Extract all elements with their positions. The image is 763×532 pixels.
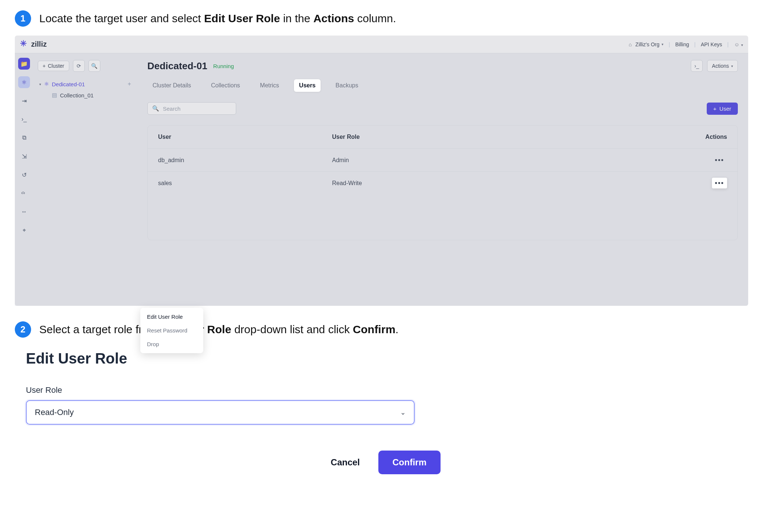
copy-icon: ⧉ <box>22 134 26 141</box>
rail-copy[interactable]: ⧉ <box>18 132 30 144</box>
rail-import[interactable]: ⇲ <box>18 150 30 162</box>
col-role: User Role <box>332 134 690 140</box>
cell-user: db_admin <box>158 157 332 164</box>
building-icon: ⌂ <box>627 41 633 47</box>
cell-role: Admin <box>332 157 690 164</box>
refresh-button[interactable]: ⟳ <box>73 60 85 72</box>
actions-popover: Edit User Role Reset Password Drop <box>140 308 203 353</box>
col-user: User <box>158 134 332 140</box>
step-2-badge: 2 <box>15 321 31 338</box>
actions-dropdown[interactable]: Actions ▾ <box>707 60 738 72</box>
org-switcher[interactable]: ⌂ Zilliz's Org ▾ <box>627 41 663 47</box>
user-icon: ☺ <box>734 41 740 47</box>
step-2-header: 2 Select a target role from the User Rol… <box>15 321 748 338</box>
rail-api[interactable]: ↔ <box>18 206 30 218</box>
users-icon: ᯅ <box>21 190 27 197</box>
screenshot-panel: zilliz ⌂ Zilliz's Org ▾ | Billing | API … <box>15 36 748 306</box>
table-row: sales Read-Write ••• <box>148 171 737 194</box>
plus-icon: + <box>713 106 717 112</box>
bug-icon: ⌖ <box>23 227 26 234</box>
status-badge: Running <box>213 63 234 69</box>
step-2-text: Select a target role from the User Role … <box>39 323 398 336</box>
tree-cluster-label: Dedicated-01 <box>52 81 85 87</box>
arrow-in-icon: ⇥ <box>22 97 27 104</box>
users-table: User User Role Actions db_admin Admin ••… <box>147 125 738 240</box>
tab-collections[interactable]: Collections <box>206 79 245 92</box>
row-actions-menu[interactable]: ••• <box>712 178 727 188</box>
rail-folder[interactable]: 📁 <box>18 58 30 70</box>
import-icon: ⇲ <box>22 153 27 160</box>
add-collection-icon[interactable]: + <box>128 81 131 87</box>
page-title: Dedicated-01 <box>147 60 207 72</box>
graph-icon: ⚛ <box>21 79 27 86</box>
rail-history[interactable]: ↺ <box>18 169 30 181</box>
step-1-header: 1 Locate the target user and select Edit… <box>15 10 748 27</box>
cell-user: sales <box>158 180 332 187</box>
tab-cluster-details[interactable]: Cluster Details <box>147 79 196 92</box>
step-1-text: Locate the target user and select Edit U… <box>39 12 396 25</box>
col-actions: Actions <box>690 134 727 140</box>
tree-collection-label: Collection_01 <box>60 92 94 98</box>
chevron-down-icon: ▾ <box>731 64 733 68</box>
tab-metrics[interactable]: Metrics <box>255 79 284 92</box>
terminal-icon: ›_ <box>695 63 699 69</box>
user-menu[interactable]: ☺ ▾ <box>734 41 743 47</box>
edit-user-role-dialog: Edit User Role User Role Read-Only ⌄ Can… <box>15 347 429 474</box>
rail-debug[interactable]: ⌖ <box>18 224 30 236</box>
nav-rail: 📁 ⚛ ⇥ ›_ ⧉ ⇲ ↺ ᯅ ↔ ⌖ <box>15 53 33 306</box>
search-icon: 🔍 <box>91 63 97 69</box>
dialog-title: Edit User Role <box>26 350 418 367</box>
chevron-down-icon: ▾ <box>741 43 743 47</box>
api-keys-link[interactable]: API Keys <box>701 41 722 47</box>
search-placeholder: Search <box>163 106 181 112</box>
collection-icon: ▤ <box>52 92 57 98</box>
menu-drop[interactable]: Drop <box>140 337 203 351</box>
plus-icon: + <box>43 63 46 69</box>
menu-reset-password[interactable]: Reset Password <box>140 324 203 337</box>
history-icon: ↺ <box>22 171 27 178</box>
rail-terminal[interactable]: ›_ <box>18 113 30 125</box>
chevron-down-icon: ⌄ <box>400 408 406 416</box>
org-label: Zilliz's Org <box>635 41 659 47</box>
rail-users[interactable]: ᯅ <box>18 187 30 199</box>
cli-button[interactable]: ›_ <box>691 60 703 72</box>
brand-logo[interactable]: zilliz <box>20 40 47 48</box>
search-button[interactable]: 🔍 <box>88 60 100 72</box>
billing-link[interactable]: Billing <box>675 41 689 47</box>
tab-users[interactable]: Users <box>294 79 321 92</box>
user-role-select[interactable]: Read-Only ⌄ <box>26 400 415 425</box>
add-user-button[interactable]: + User <box>707 103 738 115</box>
tab-backups[interactable]: Backups <box>330 79 363 92</box>
row-actions-menu[interactable]: ••• <box>712 155 727 165</box>
cluster-icon: ⚛ <box>44 81 49 87</box>
code-icon: ↔ <box>21 208 27 215</box>
cell-role: Read-Write <box>332 180 690 187</box>
rail-migrate[interactable]: ⇥ <box>18 95 30 107</box>
tree-cluster-row[interactable]: ▾ ⚛ Dedicated-01 + <box>38 78 133 90</box>
tab-bar: Cluster Details Collections Metrics User… <box>147 79 738 92</box>
terminal-icon: ›_ <box>21 116 27 123</box>
search-icon: 🔍 <box>152 105 159 112</box>
chevron-down-icon: ▾ <box>39 82 41 86</box>
menu-edit-user-role[interactable]: Edit User Role <box>140 310 203 324</box>
confirm-button[interactable]: Confirm <box>378 451 441 474</box>
user-role-label: User Role <box>26 385 418 395</box>
rail-graph[interactable]: ⚛ <box>18 76 30 88</box>
table-header: User User Role Actions <box>148 126 737 148</box>
step-1-badge: 1 <box>15 10 31 27</box>
topbar-right: ⌂ Zilliz's Org ▾ | Billing | API Keys | … <box>627 41 743 47</box>
search-input[interactable]: 🔍 Search <box>147 102 236 115</box>
select-value: Read-Only <box>35 408 74 417</box>
add-cluster-label: Cluster <box>48 63 64 69</box>
sidebar: + Cluster ⟳ 🔍 ▾ ⚛ Dedicated-01 + ▤ Colle… <box>33 53 137 306</box>
table-row: db_admin Admin ••• <box>148 148 737 171</box>
add-user-label: User <box>719 106 731 112</box>
top-bar: zilliz ⌂ Zilliz's Org ▾ | Billing | API … <box>15 36 748 53</box>
tree-collection-row[interactable]: ▤ Collection_01 <box>50 90 133 101</box>
chevron-down-icon: ▾ <box>662 42 663 46</box>
cancel-button[interactable]: Cancel <box>327 452 364 473</box>
logo-icon <box>20 40 28 48</box>
actions-label: Actions <box>712 63 729 69</box>
add-cluster-button[interactable]: + Cluster <box>38 61 69 71</box>
main-area: Dedicated-01 Running ›_ Actions ▾ Cluste… <box>137 53 748 306</box>
